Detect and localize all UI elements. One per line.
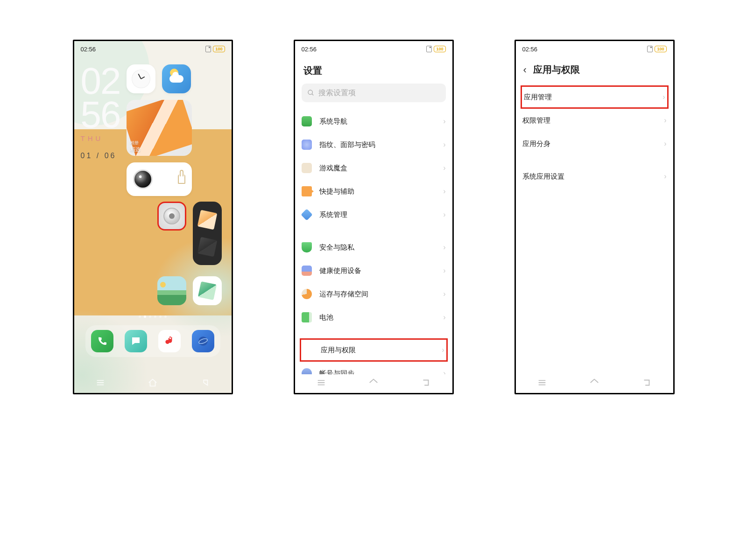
settings-item-wellbeing[interactable]: 健康使用设备 › — [302, 259, 446, 282]
battery-icon: 100 — [434, 46, 445, 52]
settings-item-system-nav[interactable]: 系统导航 › — [302, 110, 446, 133]
search-input[interactable]: 搜索设置项 — [302, 84, 446, 102]
chevron-right-icon: › — [443, 117, 445, 126]
gallery-app-icon[interactable] — [157, 276, 186, 305]
camera-lens-icon — [133, 169, 153, 189]
cube-dark-icon — [197, 237, 217, 257]
clock-hour: 02 — [81, 64, 120, 98]
settings-item-security[interactable]: 安全与隐私 › — [302, 236, 446, 259]
page-indicator — [81, 315, 225, 318]
phone-settings-screen: 02:56 100 设置 搜索设置项 系统导航 › 指纹、面部与密码 › 游戏魔… — [294, 40, 454, 394]
storage-icon — [302, 289, 312, 299]
browser-app-icon[interactable] — [192, 330, 214, 352]
perms-item-permission-management[interactable]: 权限管理 › — [522, 109, 667, 132]
phone-home-screen: 02:56 100 02 56 THU 01 / 06 — [73, 40, 233, 394]
chevron-right-icon: › — [443, 369, 445, 374]
nav-bar — [516, 374, 673, 393]
status-bar: 02:56 100 — [74, 41, 232, 57]
chevron-right-icon: › — [664, 172, 666, 181]
gear-icon — [163, 208, 180, 224]
clock-minute: 56 — [81, 98, 120, 132]
apps-grid-icon — [303, 345, 313, 355]
chevron-right-icon: › — [443, 243, 445, 252]
phone-apps-permissions-screen: 02:56 100 ‹ 应用与权限 应用管理 › 权限管理 › 应用分身 › 系… — [514, 40, 675, 394]
weather-app-icon[interactable] — [162, 64, 191, 93]
settings-item-system[interactable]: 系统管理 › — [302, 203, 446, 226]
app-store-icon[interactable] — [193, 276, 222, 305]
status-time: 02:56 — [522, 46, 538, 53]
battery-icon: 100 — [655, 46, 666, 52]
perms-item-app-clone[interactable]: 应用分身 › — [522, 132, 667, 155]
page-title: 设置 — [303, 64, 446, 77]
svg-point-2 — [308, 90, 312, 94]
nav-back-icon[interactable] — [200, 378, 210, 390]
wellbeing-icon — [302, 266, 312, 276]
chevron-right-icon: › — [443, 266, 445, 275]
sim-icon — [205, 46, 211, 52]
system-icon — [302, 210, 312, 220]
nav-back-icon[interactable] — [421, 378, 431, 390]
status-bar: 02:56 100 — [295, 41, 452, 57]
chevron-right-icon: › — [443, 210, 445, 219]
settings-item-shortcuts[interactable]: 快捷与辅助 › — [302, 180, 446, 203]
back-button[interactable]: ‹ — [523, 64, 527, 76]
phone-app-icon[interactable] — [91, 330, 113, 352]
gallery-widget[interactable]: 相册 精选 — [127, 100, 192, 156]
clock-day: THU — [81, 134, 120, 142]
nav-home-icon[interactable] — [148, 378, 158, 390]
chevron-right-icon: › — [443, 164, 445, 172]
fingerprint-icon — [302, 140, 312, 150]
clock-widget[interactable]: 02 56 THU 01 / 06 — [81, 64, 120, 160]
nav-menu-icon[interactable] — [95, 378, 106, 390]
nav-menu-icon[interactable] — [537, 378, 547, 390]
perms-item-system-apps[interactable]: 系统应用设置 › — [522, 165, 667, 188]
chevron-right-icon: › — [442, 346, 444, 354]
nav-back-icon[interactable] — [641, 378, 652, 390]
chevron-right-icon: › — [443, 187, 445, 196]
battery-list-icon — [302, 312, 312, 322]
chevron-right-icon: › — [443, 290, 445, 298]
clock-app-icon[interactable] — [127, 64, 155, 93]
settings-item-apps-permissions[interactable]: 应用与权限 › — [300, 338, 448, 362]
shortcut-icon — [302, 186, 312, 196]
page-title: 应用与权限 — [533, 63, 580, 76]
dock — [85, 325, 220, 357]
settings-item-biometrics[interactable]: 指纹、面部与密码 › — [302, 133, 446, 156]
messages-app-icon[interactable] — [125, 330, 147, 352]
settings-item-gamebox[interactable]: 游戏魔盒 › — [302, 156, 446, 180]
perms-item-app-management[interactable]: 应用管理 › — [521, 85, 669, 109]
chevron-right-icon: › — [662, 93, 665, 101]
gallery-title: 精选 — [130, 147, 141, 152]
lock-icon — [178, 175, 185, 184]
chevron-right-icon: › — [443, 313, 445, 322]
shield-icon — [302, 242, 312, 252]
sim-icon — [426, 46, 432, 52]
search-icon — [307, 89, 315, 97]
nav-bar — [74, 374, 232, 393]
settings-app-icon[interactable] — [157, 202, 186, 231]
nav-menu-icon[interactable] — [316, 378, 326, 390]
status-time: 02:56 — [81, 46, 96, 53]
nav-bar — [295, 374, 452, 393]
nav-home-icon[interactable] — [589, 378, 599, 390]
chevron-right-icon: › — [664, 116, 666, 125]
status-time: 02:56 — [302, 46, 317, 53]
settings-item-storage[interactable]: 运存与存储空间 › — [302, 282, 446, 306]
status-bar: 02:56 100 — [516, 41, 673, 57]
svg-point-0 — [199, 336, 208, 346]
battery-icon: 100 — [213, 46, 225, 52]
chevron-right-icon: › — [664, 140, 666, 148]
cube-light-icon — [197, 210, 217, 230]
gamebox-icon — [302, 163, 312, 173]
camera-widget[interactable] — [127, 162, 192, 196]
settings-item-account-sync[interactable]: 帐号与同步 › — [302, 362, 446, 374]
music-app-icon[interactable] — [158, 330, 181, 352]
system-nav-icon — [302, 116, 312, 126]
nav-home-icon[interactable] — [368, 378, 379, 390]
theme-widget[interactable] — [193, 202, 222, 265]
settings-item-battery[interactable]: 电池 › — [302, 306, 446, 329]
home-content: 02 56 THU 01 / 06 相册 精选 — [74, 57, 232, 374]
search-placeholder: 搜索设置项 — [318, 88, 356, 98]
clock-date: 01 / 06 — [81, 152, 120, 160]
chevron-right-icon: › — [443, 140, 445, 149]
